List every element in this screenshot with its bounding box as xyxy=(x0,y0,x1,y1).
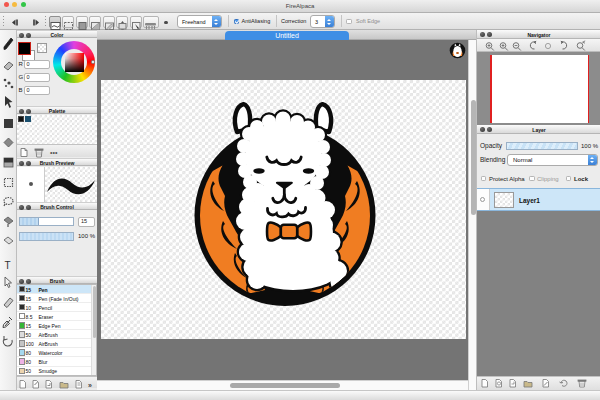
svg-text:•••: ••• xyxy=(50,149,58,156)
svg-text:»: » xyxy=(88,382,92,389)
svg-text:T: T xyxy=(5,260,11,271)
